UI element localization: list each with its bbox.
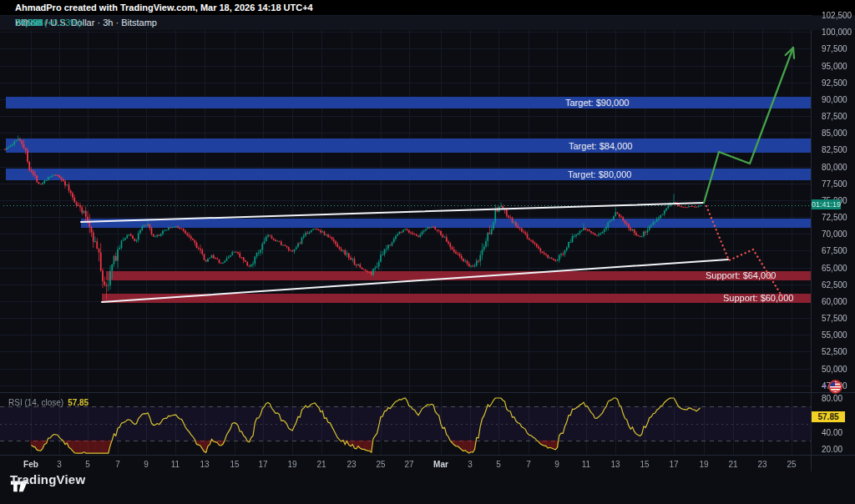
zone-label-support-60000: Support: $60,000 [723, 293, 793, 303]
zone-label-target-80000: Target: $80,000 [568, 169, 631, 179]
rsi-title[interactable]: RSI (14, close) [8, 398, 63, 407]
titlebar: AhmadPro created with TradingView.com, M… [0, 0, 855, 15]
zone-label-support-64000: Support: $64,000 [706, 270, 776, 280]
zone-target-80000[interactable]: Target: $80,000 [6, 169, 811, 181]
zone-support-64000[interactable]: Support: $64,000 [106, 271, 811, 280]
zone-label-target-90000: Target: $90,000 [565, 98, 629, 108]
symbol-header[interactable]: Bitcoin / U.S. Dollar · 3h · BitstampO74… [0, 16, 855, 30]
zones-layer: Target: $90,000Target: $84,000Target: $8… [0, 0, 855, 504]
tradingview-logo-text: TradingView [10, 472, 85, 486]
us-flag-icon [828, 380, 842, 394]
zone-target-84000[interactable]: Target: $84,000 [6, 139, 811, 153]
zone-label-target-84000: Target: $84,000 [569, 141, 632, 151]
price-change: +168 (+0.23%) [21, 16, 82, 30]
titlebar-text: AhmadPro created with TradingView.com, M… [15, 3, 313, 13]
zone-resistance-zone-71500[interactable] [81, 219, 811, 228]
bar-countdown: 01:41:19 [812, 199, 841, 209]
zone-support-60000[interactable]: Support: $60,000 [102, 294, 811, 303]
zone-target-90000[interactable]: Target: $90,000 [6, 97, 811, 109]
rsi-current-value: 57.85 [68, 398, 89, 407]
sparkle-icon: ✦ [822, 382, 828, 391]
tradingview-chart-snapshot: Target: $90,000Target: $84,000Target: $8… [0, 0, 855, 504]
economic-event-icon[interactable] [828, 380, 842, 394]
rsi-value-label: 57.85 [812, 411, 845, 422]
rsi-indicator-label[interactable]: RSI (14, close)57.85 [8, 398, 63, 407]
